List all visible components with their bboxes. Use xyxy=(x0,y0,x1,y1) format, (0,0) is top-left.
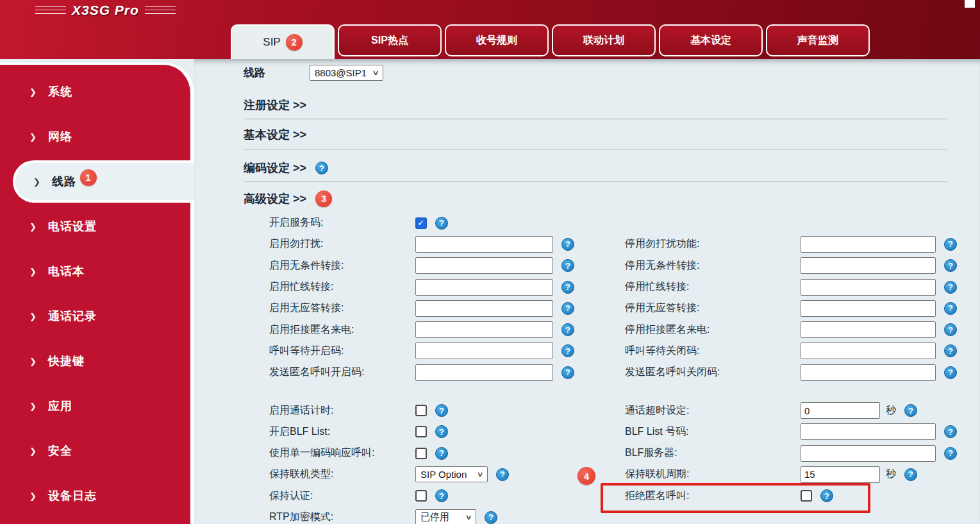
sidebar-item-4[interactable]: 电话本 xyxy=(0,249,190,294)
help-icon[interactable] xyxy=(944,238,957,251)
field-controls xyxy=(415,342,574,359)
field-input[interactable] xyxy=(801,445,936,462)
sidebar-item-0[interactable]: 系统 xyxy=(0,69,190,114)
section-toggle-2[interactable]: 编码设定 >> xyxy=(244,160,328,176)
form-row: 停用勿打扰功能: xyxy=(606,233,980,255)
form-row: RTP加密模式:已停用 xyxy=(244,507,606,524)
sidebar-item-label: 快捷键 xyxy=(48,353,85,369)
sidebar-item-7[interactable]: 应用 xyxy=(0,384,190,428)
section-toggle-1[interactable]: 基本设定 >> xyxy=(244,127,306,142)
field-input[interactable] xyxy=(801,466,880,483)
field-label: 保持联机周期: xyxy=(625,468,801,481)
help-icon[interactable] xyxy=(944,302,957,315)
help-icon[interactable] xyxy=(561,281,574,294)
field-input[interactable] xyxy=(801,423,936,440)
form-row: 拒绝匿名呼叫: xyxy=(606,486,980,507)
help-icon[interactable] xyxy=(561,302,574,315)
help-icon[interactable] xyxy=(904,404,917,417)
help-icon[interactable] xyxy=(561,323,574,336)
help-icon[interactable] xyxy=(435,447,448,460)
form-row: 停用忙线转接: xyxy=(606,276,980,298)
field-input[interactable] xyxy=(801,402,880,419)
field-input[interactable] xyxy=(415,342,553,359)
help-icon[interactable] xyxy=(820,489,833,502)
help-icon[interactable] xyxy=(944,366,957,379)
field-input[interactable] xyxy=(801,257,936,274)
tab-label: 收号规则 xyxy=(476,34,517,47)
sidebar-item-2[interactable]: 线路1 xyxy=(13,160,194,203)
chevron-right-icon xyxy=(29,357,37,366)
sidebar-item-1[interactable]: 网络 xyxy=(0,114,190,159)
tab-2[interactable]: 收号规则 xyxy=(445,24,549,56)
form-row: 停用拒接匿名来电: xyxy=(606,319,980,340)
field-input[interactable] xyxy=(801,342,936,359)
field-input[interactable] xyxy=(415,257,553,274)
sidebar-item-6[interactable]: 快捷键 xyxy=(0,339,190,384)
form-row: 呼叫等待开启码: xyxy=(244,341,606,362)
help-icon[interactable] xyxy=(485,511,497,524)
form-row: 开启服务码: xyxy=(244,212,606,233)
chevron-right-icon xyxy=(29,222,37,232)
checkbox[interactable] xyxy=(415,405,427,416)
section-title: 高级设定 >> xyxy=(244,191,306,207)
form-row: 通话超时设定:秒 xyxy=(606,400,980,421)
field-input[interactable] xyxy=(801,236,936,253)
checkbox[interactable] xyxy=(415,490,427,502)
field-input[interactable] xyxy=(415,364,553,381)
help-icon[interactable] xyxy=(944,425,957,438)
tab-5[interactable]: 声音监测 xyxy=(766,24,870,56)
help-icon[interactable] xyxy=(561,344,574,357)
help-icon[interactable] xyxy=(435,489,448,502)
field-input[interactable] xyxy=(415,236,553,253)
form-row: 停用无条件转接: xyxy=(606,255,980,276)
help-icon[interactable] xyxy=(435,425,448,438)
field-label: 启用勿打扰: xyxy=(269,237,415,251)
checkbox[interactable] xyxy=(415,426,427,437)
help-icon[interactable] xyxy=(944,323,957,336)
line-select[interactable]: 8803@SIP1 xyxy=(310,65,383,81)
help-icon[interactable] xyxy=(944,344,957,357)
sidebar-item-9[interactable]: 设备日志 xyxy=(0,473,190,518)
sidebar-item-label: 电话本 xyxy=(48,264,85,279)
section-toggle-3[interactable]: 高级设定 >>3 xyxy=(244,190,332,207)
field-input[interactable] xyxy=(415,300,553,317)
help-icon[interactable] xyxy=(561,366,574,379)
field-input[interactable] xyxy=(801,300,936,317)
field-label: 使用单一编码响应呼叫: xyxy=(269,446,415,460)
tab-3[interactable]: 联动计划 xyxy=(552,24,656,56)
tab-4[interactable]: 基本设定 xyxy=(659,24,763,56)
checkbox[interactable] xyxy=(415,448,427,459)
help-icon[interactable] xyxy=(435,404,448,417)
help-icon[interactable] xyxy=(315,162,328,174)
tab-1[interactable]: SIP热点 xyxy=(338,24,442,56)
help-icon[interactable] xyxy=(904,468,917,481)
help-icon[interactable] xyxy=(944,281,957,294)
help-icon[interactable] xyxy=(435,217,448,230)
sidebar-item-8[interactable]: 安全 xyxy=(0,428,190,473)
checkbox[interactable] xyxy=(415,217,427,229)
field-input[interactable] xyxy=(801,321,936,338)
checkbox[interactable] xyxy=(801,490,812,502)
field-input[interactable] xyxy=(801,279,936,296)
field-select[interactable]: SIP Option xyxy=(415,466,488,482)
advanced-settings-form: 开启服务码:启用勿打扰:启用无条件转接:启用忙线转接:启用无应答转接:启用拒接匿… xyxy=(244,212,980,524)
field-input[interactable] xyxy=(415,321,553,338)
help-icon[interactable] xyxy=(496,468,509,481)
field-controls xyxy=(415,257,574,274)
help-icon[interactable] xyxy=(944,259,957,272)
help-icon[interactable] xyxy=(561,238,574,251)
tab-0[interactable]: SIP2 xyxy=(231,24,335,59)
field-input[interactable] xyxy=(415,279,553,296)
sidebar-item-3[interactable]: 电话设置 xyxy=(0,204,190,249)
form-row: BLF List 号码: xyxy=(606,421,980,443)
form-row: 启用勿打扰: xyxy=(244,233,606,255)
form-row: 呼叫等待关闭码: xyxy=(606,341,980,362)
help-icon[interactable] xyxy=(944,447,957,460)
field-label: 发送匿名呼叫开启码: xyxy=(269,366,415,379)
section-toggle-0[interactable]: 注册设定 >> xyxy=(244,97,306,113)
field-select[interactable]: 已停用 xyxy=(415,509,476,524)
field-input[interactable] xyxy=(801,364,936,381)
help-icon[interactable] xyxy=(561,259,574,272)
sidebar-item-5[interactable]: 通话记录 xyxy=(0,294,190,339)
form-column-right: 停用勿打扰功能:停用无条件转接:停用忙线转接:停用无应答转接:停用拒接匿名来电:… xyxy=(606,212,980,524)
